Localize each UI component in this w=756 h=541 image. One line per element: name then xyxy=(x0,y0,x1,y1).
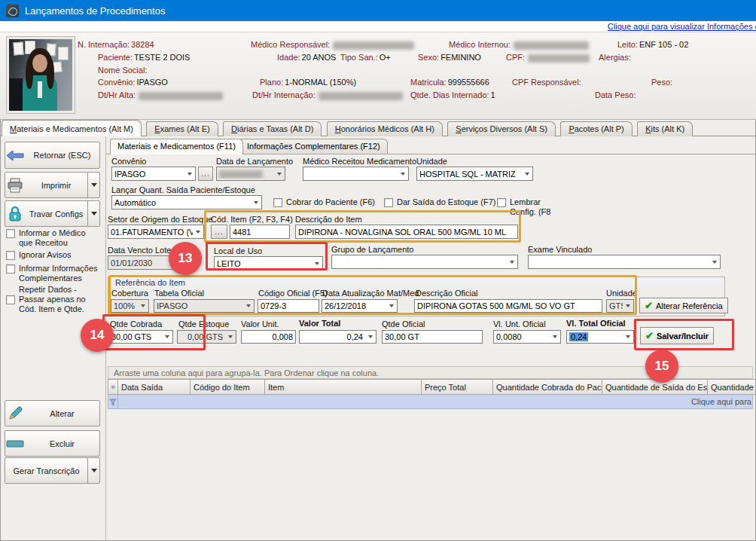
travar-configs-dropdown[interactable] xyxy=(87,201,99,226)
tab-pacotes[interactable]: Pacotes (Alt P) xyxy=(560,121,632,136)
qtde-estoque-select[interactable]: 0,00 GTS xyxy=(177,330,236,344)
checkbox-repetir-dados[interactable]: Repetir Dados - Passar apenas no Cód. It… xyxy=(6,285,101,314)
chevron-down-icon xyxy=(277,173,282,176)
field-idade: Idade:20 ANOS xyxy=(277,53,336,62)
filter-corner-cell[interactable] xyxy=(108,395,118,409)
tab-kits[interactable]: Kits (Alt K) xyxy=(637,121,693,136)
field-paciente: Paciente:TESTE 2 DOIS xyxy=(98,53,190,62)
checkbox-label: Cobrar do Paciente (F6) xyxy=(286,197,375,207)
tab-materiais-f11[interactable]: Materiais e Medicamentos (F11) xyxy=(110,139,243,154)
alterar-button[interactable]: Alterar xyxy=(5,400,100,426)
filter-funnel-icon xyxy=(109,399,117,406)
descricao-item-input[interactable]: DIPIRONA - NOVALGINA SOL ORAL 500 MG/ML … xyxy=(295,225,518,239)
tab-informacoes-f12[interactable]: Informações Complementares (F12) xyxy=(239,139,388,154)
checkbox-ignorar-avisos[interactable]: Ignorar Avisos xyxy=(6,250,101,260)
column-header-qtde-sa[interactable]: Quantidade de Sa xyxy=(708,379,756,395)
valor-total-select[interactable]: 0,24 xyxy=(299,330,376,344)
travar-configs-button[interactable]: Travar Configs xyxy=(5,200,100,227)
field-dt-hr-alta: Dt/Hr Alta: xyxy=(98,90,223,100)
checkbox-icon[interactable] xyxy=(6,251,15,260)
checkbox-icon[interactable] xyxy=(384,198,393,207)
selected-text: 0,24 xyxy=(569,332,588,341)
info-link[interactable]: Clique aqui para visualizar Informações … xyxy=(608,22,756,31)
column-header-qtde-cobrada-paciente[interactable]: Quantidade Cobrada do Paciente xyxy=(493,379,602,395)
convenio-browse-button[interactable]: ... xyxy=(198,167,213,181)
tab-honorarios-medicos[interactable]: Honorários Médicos (Alt H) xyxy=(327,121,443,136)
chevron-down-icon xyxy=(187,173,192,176)
window-title: Lançamentos de Procedimentos xyxy=(25,5,165,17)
tab-diarias-e-taxas[interactable]: Diárias e Taxas (Alt D) xyxy=(223,121,322,136)
cod-item-input[interactable]: 4481 xyxy=(230,225,290,239)
checkbox-icon[interactable] xyxy=(6,295,15,304)
exame-vinculado-select[interactable] xyxy=(528,255,721,269)
tab-materiais-e-medicamentos[interactable]: Materiais e Medicamentos (Alt M) xyxy=(2,120,142,136)
gerar-transcricao-dropdown[interactable] xyxy=(87,458,99,483)
checkbox-dar-saida[interactable]: Dar Saída do Estoque (F7) xyxy=(384,197,495,207)
cod-item-browse-button[interactable]: ... xyxy=(211,225,227,239)
tab-servicos-diversos[interactable]: Serviços Diversos (Alt S) xyxy=(447,121,556,136)
grid-corner-cell[interactable]: ✳ xyxy=(108,379,118,395)
local-uso-select[interactable]: LEITO xyxy=(214,256,323,270)
gerar-transcricao-button[interactable]: Gerar Transcrição xyxy=(5,457,100,484)
column-header-preco-total[interactable]: Preço Total xyxy=(422,379,493,395)
pencil-icon xyxy=(5,405,25,422)
filter-row-hint[interactable]: Clique aqui para xyxy=(691,397,751,406)
column-header-data-saida[interactable]: Data Saída xyxy=(118,379,191,395)
checkbox-icon[interactable] xyxy=(6,229,15,238)
vl-unt-oficial-select[interactable]: 0,0080 xyxy=(493,330,561,344)
checkbox-icon[interactable] xyxy=(273,198,282,207)
imprimir-button[interactable]: Imprimir xyxy=(5,172,100,198)
tabela-oficial-select[interactable]: IPASGO xyxy=(154,299,255,313)
qtde-oficial-input[interactable]: 30,00 GT xyxy=(382,330,483,344)
lancar-quant-label: Lançar Quant. Saída Paciente/Estoque xyxy=(111,185,255,194)
medico-receitou-select[interactable] xyxy=(303,167,409,181)
alterar-referencia-button[interactable]: ✔ Alterar Referência xyxy=(639,298,728,313)
checkbox-informar-medico[interactable]: Informar o Médico que Receitou xyxy=(6,228,101,248)
patient-photo-image xyxy=(9,39,72,111)
qtde-cobrada-select[interactable]: 30,00 GTS xyxy=(108,330,173,344)
unidade-select[interactable]: HOSPITAL SQL - MATRIZ xyxy=(416,167,533,181)
vl-total-oficial-select[interactable]: 0,24 xyxy=(566,330,634,344)
salvar-incluir-button[interactable]: ✔ Salvar/Incluir xyxy=(640,327,714,344)
retornar-button[interactable]: Retornar (ESC) xyxy=(5,142,100,169)
codigo-oficial-input[interactable]: 0729-3 xyxy=(258,299,319,313)
checkbox-icon[interactable] xyxy=(497,198,506,207)
excluir-button[interactable]: Excluir xyxy=(5,430,100,457)
unidade-label: Unidade xyxy=(416,157,447,166)
excluir-label: Excluir xyxy=(25,439,99,448)
data-lancamento-select[interactable] xyxy=(216,167,285,181)
column-header-item[interactable]: Item xyxy=(265,379,422,395)
descricao-oficial-input[interactable]: DIPIRONA GOTAS 500 MG/ML SO VO GT xyxy=(414,299,602,313)
valor-unit-input[interactable]: 0,008 xyxy=(241,330,296,344)
chevron-down-icon xyxy=(525,173,529,176)
tab-exames[interactable]: Exames (Alt E) xyxy=(146,121,218,136)
tabela-oficial-label: Tabela Oficial xyxy=(154,289,204,298)
field-n-internacao: N. Internação:38284 xyxy=(78,40,154,49)
grupo-lancamento-select[interactable] xyxy=(331,255,518,269)
field-leito: Leito:ENF 105 - 02 xyxy=(617,40,688,49)
alterar-label: Alterar xyxy=(25,409,99,418)
grid-filter-row[interactable] xyxy=(108,395,753,409)
delete-bar-icon xyxy=(5,439,25,448)
cobertura-select[interactable]: 100% xyxy=(111,299,149,313)
data-atualizacao-select[interactable]: 26/12/2018 xyxy=(322,299,398,313)
checkbox-lembrar-config[interactable]: Lembrar Config. (F8 xyxy=(497,197,565,217)
checkbox-icon[interactable] xyxy=(6,264,15,274)
valor-unit-label: Valor Unit. xyxy=(241,319,279,329)
setor-origem-select[interactable]: 01.FATURAMENTO (VIR xyxy=(108,225,204,239)
field-cpf-responsavel: CPF Responsável: xyxy=(512,78,583,87)
checkbox-label: Lembrar Config. (F8 xyxy=(510,197,565,217)
column-header-codigo-item[interactable]: Código do Item xyxy=(191,379,265,395)
checkbox-cobrar-paciente[interactable]: Cobrar do Paciente (F6) xyxy=(273,197,375,207)
imprimir-dropdown[interactable] xyxy=(87,173,99,197)
chevron-down-icon xyxy=(626,304,630,307)
field-peso: Peso: xyxy=(651,78,674,87)
chevron-down-icon xyxy=(510,261,514,264)
grupo-lancamento-label: Grupo de Lançamento xyxy=(331,245,413,254)
lock-icon xyxy=(5,206,25,222)
checkbox-informar-informacoes[interactable]: Informar Informações Complementares xyxy=(6,264,101,283)
lancar-quant-select[interactable]: Automático xyxy=(111,195,262,209)
field-alergias: Alergias: xyxy=(599,53,633,62)
unidade-oficial-select[interactable]: GTS xyxy=(606,299,634,313)
convenio-select[interactable]: IPASGO xyxy=(111,167,196,181)
